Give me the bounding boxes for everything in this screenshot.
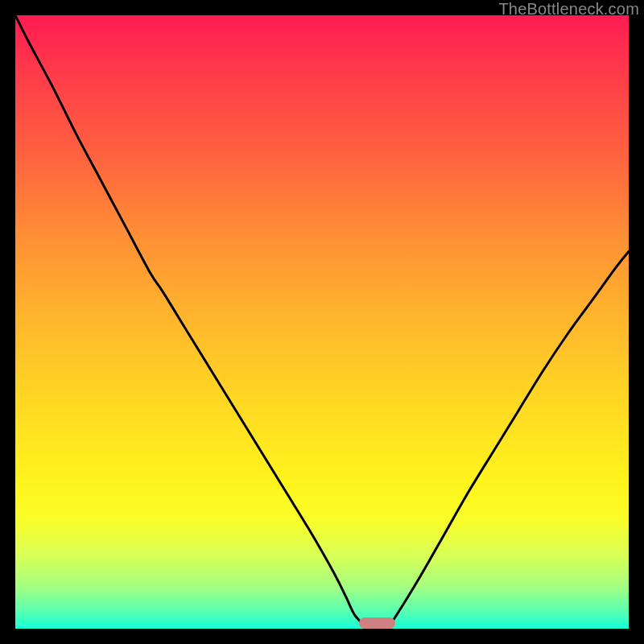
min-bottleneck-marker <box>359 617 396 629</box>
plot-wrap: TheBottleneck.com <box>0 0 644 644</box>
watermark-text: TheBottleneck.com <box>498 0 639 19</box>
bottleneck-curve <box>15 15 629 630</box>
curve-layer <box>15 15 629 629</box>
